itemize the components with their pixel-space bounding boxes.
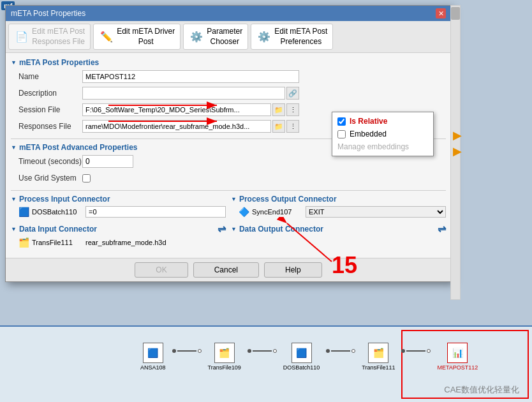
is-relative-item[interactable]: Is Relative (332, 115, 433, 128)
edit-preferences-button[interactable]: ⚙️ Edit mETA PostPreferences (251, 24, 333, 50)
advanced-section-body: Timeout (seconds) Use Grid System (11, 154, 446, 185)
left-connectors: Process Input Connector 🟦 DOSBatch110 Da… (11, 195, 226, 253)
trans-file-value: rear_subframe_mode.h3d (85, 239, 166, 246)
process-output-select[interactable]: EXIT (306, 206, 446, 218)
data-output-adjust-icon[interactable]: ⇌ (438, 223, 446, 235)
wf-node-dosbatch110: 🟦 DOSBatch110 (283, 343, 320, 371)
wf-label-transfile109: TransFile109 (208, 364, 241, 371)
close-button[interactable]: ✕ (436, 8, 446, 19)
grid-checkbox[interactable] (82, 174, 91, 182)
edit-driver-post-button[interactable]: ✏️ Edit mETA DriverPost (93, 24, 181, 50)
dos-batch-icon: 🟦 (18, 207, 29, 217)
context-menu: Is Relative Embedded Manage embeddings (332, 112, 434, 156)
wf-node-metapost112: 📊 METAPOST112 (437, 343, 478, 371)
wf-node-transfile111: 🗂️ TransFile111 (362, 343, 395, 371)
responses-file-menu-button[interactable]: ⋮ (286, 120, 299, 133)
embedded-item[interactable]: Embedded (332, 128, 433, 140)
wf-label-metapost112: METAPOST112 (437, 364, 478, 371)
workflow-area: 🟦 ANSA108 🗂️ TransFile109 (0, 325, 532, 402)
process-input-row: 🟦 DOSBatch110 (18, 206, 226, 218)
watermark-text: CAE数值优化轻量化 (444, 384, 519, 396)
dialog-title: mETA Post Properties (11, 9, 85, 18)
session-file-browse-button[interactable]: 📁 (272, 103, 285, 116)
trans-file-icon: 🗂️ (18, 237, 29, 248)
annotation-number: 15 (332, 252, 357, 279)
description-input[interactable] (82, 87, 285, 100)
ok-button[interactable]: OK (135, 262, 188, 278)
wf-label-transfile111: TransFile111 (362, 364, 395, 371)
description-expand-button[interactable]: 🔗 (286, 87, 299, 100)
wf-node-transfile109: 🗂️ TransFile109 (208, 343, 241, 371)
responses-file-icon: 📄 (14, 29, 29, 45)
responses-file-input[interactable] (82, 120, 271, 133)
grid-row: Use Grid System (18, 171, 446, 185)
right-connectors: Process Output Connector 🔷 SyncEnd107 EX… (231, 195, 446, 253)
process-output-row: 🔷 SyncEnd107 EXIT (239, 206, 446, 218)
wf-node-ansa108: 🟦 ANSA108 (140, 343, 166, 371)
process-input-header: Process Input Connector (11, 195, 226, 204)
session-file-menu-button[interactable]: ⋮ (286, 103, 299, 116)
process-output-body: 🔷 SyncEnd107 EXIT (231, 206, 446, 218)
responses-file-browse-button[interactable]: 📁 (272, 120, 285, 133)
process-input-body: 🟦 DOSBatch110 (11, 206, 226, 218)
grid-label: Use Grid System (18, 174, 82, 182)
data-input-body: 🗂️ TransFile111 rear_subframe_mode.h3d (11, 237, 226, 248)
preferences-label: Edit mETA PostPreferences (274, 27, 327, 47)
description-label: Description (18, 89, 82, 98)
properties-section-header: mETA Post Properties (11, 58, 446, 67)
button-row: OK Cancel Help (6, 258, 451, 281)
dos-batch-label: DOSBatch110 (32, 208, 83, 216)
name-label: Name (18, 72, 82, 81)
data-output-header: Data Output Connector ⇌ (231, 223, 446, 235)
embedded-label: Embedded (350, 130, 387, 138)
session-file-label: Session File (18, 105, 82, 114)
is-relative-label: Is Relative (350, 117, 387, 126)
process-input-value[interactable] (85, 206, 226, 218)
responses-file-label: Responses File (18, 122, 82, 131)
connectors-area: Process Input Connector 🟦 DOSBatch110 Da… (11, 195, 446, 253)
title-bar: mETA Post Properties ✕ (6, 6, 451, 21)
responses-file-label: Edit mETA PostResponses File (32, 27, 85, 47)
parameter-chooser-button[interactable]: ⚙️ ParameterChooser (183, 24, 248, 50)
data-input-row: 🗂️ TransFile111 rear_subframe_mode.h3d (18, 237, 226, 248)
nav-triangles: ▶▶ (453, 128, 462, 160)
parameter-chooser-label: ParameterChooser (207, 27, 242, 47)
name-row: Name (18, 70, 446, 84)
description-row: Description 🔗 (18, 86, 446, 100)
parameter-chooser-icon: ⚙️ (189, 29, 204, 45)
trans-file-label: TransFile111 (32, 239, 83, 246)
wf-label-dosbatch110: DOSBatch110 (283, 364, 320, 371)
timeout-label: Timeout (seconds) (18, 157, 82, 166)
divider-2 (11, 190, 446, 191)
toolbar: 📄 Edit mETA PostResponses File ✏️ Edit m… (6, 21, 451, 53)
preferences-icon: ⚙️ (256, 29, 272, 45)
process-output-header: Process Output Connector (231, 195, 446, 204)
session-file-input[interactable] (82, 103, 271, 116)
embedded-checkbox[interactable] (337, 130, 346, 138)
wf-label-ansa108: ANSA108 (140, 364, 166, 371)
driver-post-label: Edit mETA DriverPost (117, 27, 175, 47)
data-input-adjust-icon[interactable]: ⇌ (218, 223, 226, 235)
timeout-input[interactable] (82, 155, 133, 168)
name-input[interactable] (82, 70, 299, 83)
is-relative-checkbox[interactable] (337, 117, 346, 126)
manage-embeddings-label: Manage embeddings (337, 142, 409, 151)
help-button[interactable]: Help (264, 262, 322, 278)
sync-end-icon: 🔷 (239, 207, 249, 217)
app-frame: mf mETA Post Properties ✕ 📄 Edit mETA Po… (0, 0, 532, 402)
data-input-header: Data Input Connector ⇌ (11, 223, 226, 235)
sync-end-label: SyncEnd107 (252, 208, 303, 216)
timeout-row: Timeout (seconds) (18, 154, 446, 168)
edit-responses-file-button[interactable]: 📄 Edit mETA PostResponses File (8, 24, 91, 50)
cancel-button[interactable]: Cancel (193, 262, 259, 278)
driver-post-icon: ✏️ (99, 29, 114, 45)
manage-embeddings-item[interactable]: Manage embeddings (332, 140, 433, 153)
